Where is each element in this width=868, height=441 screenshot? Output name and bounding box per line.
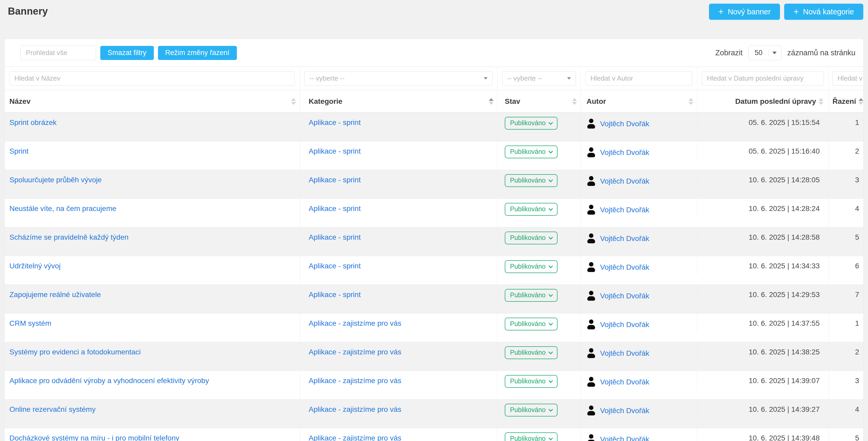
status-badge[interactable]: Publikováno [505, 346, 558, 359]
cell-date: 10. 6. 2025 | 14:29:53 [697, 285, 829, 313]
status-badge[interactable]: Publikováno [505, 203, 558, 216]
cell-date: 10. 6. 2025 | 14:37:55 [697, 313, 829, 342]
author-link[interactable]: Vojtěch Dvořák [600, 206, 649, 214]
cell-status: Publikováno [497, 256, 581, 284]
banner-category-link[interactable]: Aplikace - zajistzíme pro vás [309, 348, 401, 356]
banner-category-link[interactable]: Aplikace - zajistzíme pro vás [309, 405, 401, 414]
banner-name-link[interactable]: Spoluurčujete průběh vývoje [9, 176, 101, 184]
order-value: 4 [855, 204, 859, 213]
cell-order: 5 [829, 428, 863, 441]
status-badge[interactable]: Publikováno [505, 117, 558, 130]
chevron-down-icon [549, 120, 553, 125]
author-link[interactable]: Vojtěch Dvořák [600, 177, 649, 185]
order-value: 2 [855, 147, 859, 156]
author-link[interactable]: Vojtěch Dvořák [600, 234, 649, 243]
table-row: Online rezervační systémy Aplikace - zaj… [5, 400, 863, 428]
cell-status: Publikováno [497, 199, 581, 227]
author-link[interactable]: Vojtěch Dvořák [600, 263, 649, 271]
status-badge[interactable]: Publikováno [505, 289, 558, 302]
new-category-button[interactable]: + Nová kategorie [784, 4, 863, 20]
table-row: Docházkové systémy na míru - i pro mobil… [5, 428, 863, 441]
banner-category-link[interactable]: Aplikace - sprint [309, 262, 361, 270]
search-all-input[interactable] [20, 46, 96, 60]
filter-category-select[interactable]: -- vyberte -- [305, 71, 493, 86]
filter-name-input[interactable] [9, 71, 295, 86]
banner-category-link[interactable]: Aplikace - sprint [309, 118, 361, 127]
sort-icon [859, 98, 863, 105]
status-badge[interactable]: Publikováno [505, 432, 558, 441]
author-link[interactable]: Vojtěch Dvořák [600, 407, 649, 415]
banner-name-link[interactable]: Sprint [9, 147, 28, 156]
order-value: 5 [855, 434, 859, 441]
banner-name-link[interactable]: Scházíme se pravidelně každý týden [9, 233, 128, 241]
column-header-name[interactable]: Název [5, 90, 300, 112]
last-modified-date: 10. 6. 2025 | 14:39:48 [749, 434, 820, 441]
banner-category-link[interactable]: Aplikace - sprint [309, 147, 361, 156]
page-size-select[interactable]: 50 [748, 46, 781, 60]
banner-name-link[interactable]: Udržitelný vývoj [9, 262, 61, 270]
new-banner-button[interactable]: + Nový banner [709, 4, 780, 20]
author-link[interactable]: Vojtěch Dvořák [600, 435, 649, 441]
cell-order: 7 [829, 285, 863, 313]
status-badge[interactable]: Publikováno [505, 145, 558, 158]
status-badge[interactable]: Publikováno [505, 318, 558, 331]
banner-name-link[interactable]: Zapojujeme reálné uživatele [9, 291, 101, 299]
cell-author: Vojtěch Dvořák [581, 256, 697, 275]
banner-category-link[interactable]: Aplikace - sprint [309, 176, 361, 184]
banner-category-link[interactable]: Aplikace - sprint [309, 204, 361, 213]
column-header-order[interactable]: Řazení [829, 90, 863, 112]
per-page-label: záznamů na stránku [787, 48, 856, 57]
topbar: Bannery + Nový banner + Nová kategorie [0, 0, 868, 39]
filter-status-select[interactable]: -- vyberte -- [502, 71, 576, 86]
filter-order-input[interactable] [833, 71, 863, 86]
status-badge[interactable]: Publikováno [505, 232, 558, 244]
banner-category-link[interactable]: Aplikace - sprint [309, 291, 361, 299]
banner-name-link[interactable]: Online rezervační systémy [9, 405, 96, 414]
banner-category-link[interactable]: Aplikace - sprint [309, 233, 361, 241]
author-link[interactable]: Vojtěch Dvořák [600, 292, 649, 300]
cell-status: Publikováno [497, 170, 581, 199]
column-header-date[interactable]: Datum poslední úpravy [697, 90, 829, 112]
author-link[interactable]: Vojtěch Dvořák [600, 349, 649, 358]
reorder-mode-button[interactable]: Režim změny řazení [158, 46, 237, 60]
cell-status: Publikováno [497, 371, 581, 399]
filter-date-input[interactable] [702, 71, 824, 86]
clear-filters-button[interactable]: Smazat filtry [100, 46, 154, 60]
status-badge[interactable]: Publikováno [505, 174, 558, 187]
status-label: Publikováno [510, 349, 546, 356]
status-badge[interactable]: Publikováno [505, 404, 558, 416]
banner-name-link[interactable]: CRM systém [9, 319, 51, 328]
column-header-category[interactable]: Kategorie [300, 90, 497, 112]
status-badge[interactable]: Publikováno [505, 260, 558, 273]
cell-order: 1 [829, 113, 863, 141]
last-modified-date: 10. 6. 2025 | 14:28:05 [749, 176, 820, 184]
author-link[interactable]: Vojtěch Dvořák [600, 148, 649, 157]
banner-name-link[interactable]: Docházkové systémy na míru - i pro mobil… [9, 434, 179, 441]
cell-category: Aplikace - sprint [300, 199, 497, 227]
sort-icon [291, 98, 296, 105]
column-header-status[interactable]: Stav [497, 90, 581, 112]
column-header-author[interactable]: Autor [581, 90, 697, 112]
author-link[interactable]: Vojtěch Dvořák [600, 320, 649, 329]
banner-category-link[interactable]: Aplikace - zajistzíme pro vás [309, 319, 401, 328]
banner-category-link[interactable]: Aplikace - zajistzíme pro vás [309, 377, 401, 385]
sort-icon [689, 98, 693, 105]
cell-name: Sprint [5, 141, 300, 170]
chevron-down-icon [484, 77, 488, 79]
user-icon [587, 262, 596, 273]
banner-name-link[interactable]: Systémy pro evidenci a fotodokumentaci [9, 348, 141, 356]
filter-author-input[interactable] [585, 71, 692, 86]
status-badge[interactable]: Publikováno [505, 375, 558, 388]
banner-category-link[interactable]: Aplikace - zajistzíme pro vás [309, 434, 401, 441]
order-value: 3 [855, 377, 859, 385]
chevron-down-icon [549, 292, 553, 297]
cell-category: Aplikace - sprint [300, 256, 497, 284]
status-label: Publikováno [510, 435, 546, 441]
author-link[interactable]: Vojtěch Dvořák [600, 378, 649, 386]
banner-name-link[interactable]: Aplikace pro odvádění výroby a vyhodnoce… [9, 377, 209, 385]
banner-name-link[interactable]: Sprint obrázek [9, 118, 57, 127]
author-link[interactable]: Vojtěch Dvořák [600, 120, 649, 128]
cell-status: Publikováno [497, 428, 581, 441]
cell-order: 4 [829, 199, 863, 227]
banner-name-link[interactable]: Neustále víte, na čem pracujeme [9, 204, 116, 213]
